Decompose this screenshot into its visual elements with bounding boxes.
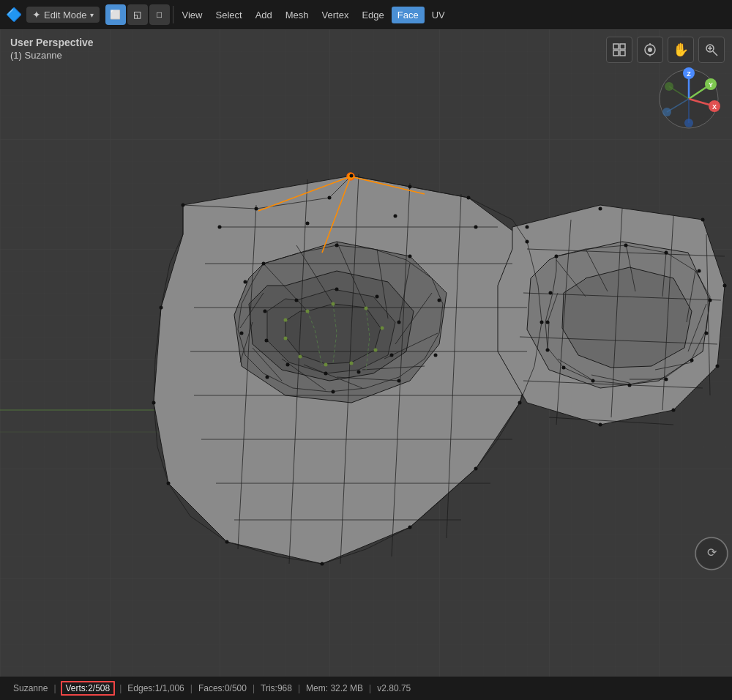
svg-point-120 xyxy=(546,321,550,324)
svg-point-66 xyxy=(518,401,522,405)
svg-point-104 xyxy=(723,284,727,288)
mode-dropdown-icon: ▾ xyxy=(90,11,94,19)
svg-point-158 xyxy=(662,108,671,116)
svg-text:Y: Y xyxy=(709,81,713,89)
svg-point-93 xyxy=(376,295,379,299)
menu-view[interactable]: View xyxy=(176,7,209,23)
svg-marker-12 xyxy=(562,267,692,368)
svg-point-114 xyxy=(690,359,694,362)
menu-add[interactable]: Add xyxy=(250,7,278,23)
svg-point-127 xyxy=(350,362,354,365)
svg-point-78 xyxy=(306,222,310,226)
svg-point-160 xyxy=(665,82,673,91)
viewport[interactable]: ⟳ User Perspective (1) Suzanne ✋ xyxy=(0,29,732,677)
svg-point-75 xyxy=(328,196,332,200)
svg-point-67 xyxy=(474,467,478,471)
edges-status: Edges:1/1,006 xyxy=(123,683,188,693)
menu-separator-1 xyxy=(173,6,173,23)
svg-point-84 xyxy=(438,299,441,302)
object-label: (1) Suzanne xyxy=(10,50,94,61)
svg-rect-136 xyxy=(620,44,625,49)
mesh-viewport: ⟳ xyxy=(0,29,732,677)
viewport-info: User Perspective (1) Suzanne xyxy=(10,37,94,61)
svg-point-122 xyxy=(306,310,310,313)
hand-icon: ✋ xyxy=(673,42,689,58)
viewport-toolbar: ✋ xyxy=(606,37,725,63)
menu-uv[interactable]: UV xyxy=(426,7,451,23)
svg-point-95 xyxy=(390,354,394,357)
svg-point-162 xyxy=(684,119,693,127)
svg-point-103 xyxy=(701,218,705,222)
mode-selector[interactable]: ✦ Edit Mode ▾ xyxy=(26,7,100,23)
view-mode-wire-btn[interactable]: ◱ xyxy=(127,4,148,25)
svg-point-116 xyxy=(628,384,632,387)
svg-point-106 xyxy=(672,409,676,412)
svg-point-87 xyxy=(332,390,335,394)
perspective-label: User Perspective xyxy=(10,37,94,48)
svg-rect-138 xyxy=(620,51,625,56)
hand-tool-button[interactable]: ✋ xyxy=(668,37,694,63)
app-icon[interactable]: 🔷 xyxy=(3,7,25,23)
version-status: v2.80.75 xyxy=(373,683,415,693)
svg-point-69 xyxy=(321,562,324,566)
menu-mesh[interactable]: Mesh xyxy=(280,7,315,23)
svg-point-94 xyxy=(397,321,401,324)
svg-point-115 xyxy=(665,378,668,381)
svg-point-92 xyxy=(335,288,339,291)
svg-point-108 xyxy=(555,255,559,258)
svg-point-140 xyxy=(648,48,652,52)
svg-point-128 xyxy=(324,363,328,367)
svg-point-73 xyxy=(160,306,163,310)
svg-point-81 xyxy=(262,262,266,266)
svg-point-107 xyxy=(599,423,602,427)
menu-face[interactable]: Face xyxy=(392,7,425,23)
svg-point-90 xyxy=(244,280,247,284)
svg-point-63 xyxy=(467,196,471,200)
svg-point-62 xyxy=(350,174,354,178)
svg-point-98 xyxy=(286,363,290,367)
view-mode-solid-btn[interactable]: ⬜ xyxy=(105,4,126,25)
svg-point-77 xyxy=(218,226,222,229)
svg-point-82 xyxy=(335,244,339,247)
svg-point-118 xyxy=(562,366,566,370)
svg-point-79 xyxy=(394,215,397,218)
svg-point-91 xyxy=(295,299,299,302)
svg-line-144 xyxy=(713,51,717,56)
faces-status: Faces:0/500 xyxy=(194,683,251,693)
svg-point-64 xyxy=(526,240,529,244)
grid-view-button[interactable] xyxy=(606,37,632,63)
camera-view-button[interactable] xyxy=(637,37,663,63)
svg-point-68 xyxy=(408,526,412,529)
svg-point-99 xyxy=(265,339,269,343)
menu-vertex[interactable]: Vertex xyxy=(316,7,355,23)
svg-point-121 xyxy=(549,291,553,295)
svg-point-129 xyxy=(299,355,302,359)
svg-point-126 xyxy=(374,349,378,352)
svg-point-131 xyxy=(284,319,288,322)
zoom-button[interactable] xyxy=(698,37,725,63)
svg-text:Z: Z xyxy=(687,70,691,78)
mode-label: Edit Mode xyxy=(44,10,87,21)
menu-edge[interactable]: Edge xyxy=(356,7,389,23)
svg-point-97 xyxy=(324,372,328,376)
mem-status: Mem: 32.2 MB xyxy=(302,683,367,693)
svg-point-105 xyxy=(716,365,720,368)
svg-point-130 xyxy=(284,337,288,340)
svg-point-76 xyxy=(408,185,412,189)
navigation-gizmo[interactable]: Z Y X xyxy=(656,66,722,132)
svg-rect-137 xyxy=(613,51,619,56)
svg-point-123 xyxy=(332,302,335,306)
svg-point-80 xyxy=(474,226,478,229)
top-menu-bar: 🔷 ✦ Edit Mode ▾ ⬜ ◱ □ View Select Add Me… xyxy=(0,0,732,29)
view-mode-material-btn[interactable]: □ xyxy=(149,4,170,25)
svg-rect-135 xyxy=(613,44,619,49)
svg-point-89 xyxy=(240,332,244,335)
svg-point-113 xyxy=(705,332,709,335)
svg-point-70 xyxy=(225,540,229,544)
svg-point-119 xyxy=(546,349,550,352)
svg-point-85 xyxy=(434,354,438,357)
svg-point-109 xyxy=(624,244,628,247)
tris-status: Tris:968 xyxy=(256,683,296,693)
menu-select[interactable]: Select xyxy=(210,7,248,23)
svg-point-111 xyxy=(698,269,701,273)
